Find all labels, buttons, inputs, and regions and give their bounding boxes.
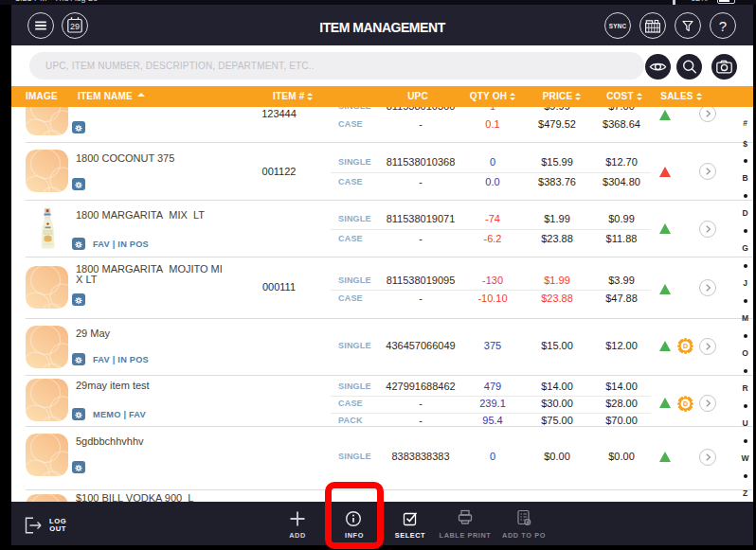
svg-text:SYNC: SYNC bbox=[609, 23, 627, 29]
svg-text:?: ? bbox=[719, 18, 727, 34]
